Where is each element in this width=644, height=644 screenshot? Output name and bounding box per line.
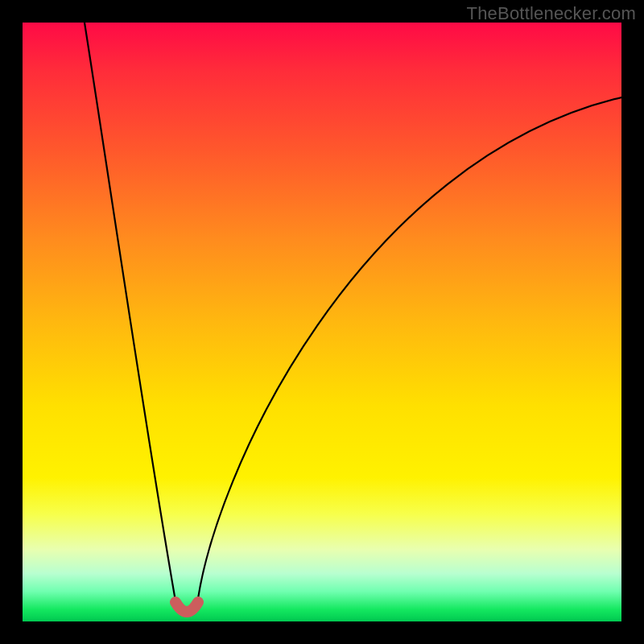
left-curve xyxy=(85,23,177,610)
plot-area xyxy=(23,23,621,621)
curve-layer xyxy=(23,23,621,621)
right-curve xyxy=(196,97,621,610)
watermark-label: TheBottlenecker.com xyxy=(467,3,636,24)
minimum-bridge xyxy=(175,602,198,612)
chart-frame: TheBottlenecker.com xyxy=(0,0,644,644)
